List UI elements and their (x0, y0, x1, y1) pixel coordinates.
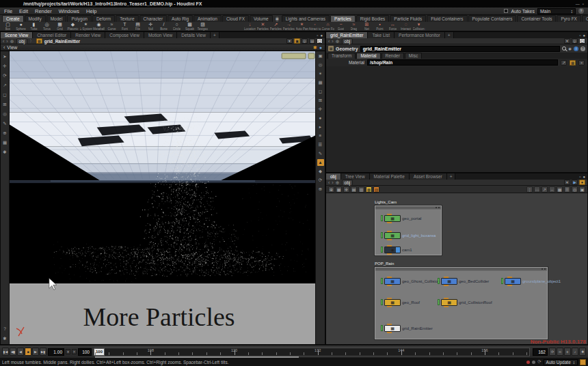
normals-icon[interactable]: ▸ (317, 124, 324, 130)
menu-render[interactable]: Render (35, 8, 52, 14)
list-icon[interactable]: ☰ (317, 141, 324, 148)
network-new-tab-button[interactable]: + (447, 173, 456, 180)
path-dropdown-icon[interactable]: ▾ (564, 180, 570, 185)
op-path-icon[interactable]: ↗ (561, 60, 567, 66)
shelf-tool-drag[interactable]: ≈Drag (347, 22, 360, 31)
shelf-tool-auto-parco[interactable]: ✶Auto Parco... (295, 22, 308, 31)
node-output-connector[interactable] (387, 239, 392, 240)
shelf-tab-rigid-bodies[interactable]: Rigid Bodies (356, 15, 390, 22)
shelf-tool-attract-to[interactable]: ◦Attract to... (308, 22, 321, 31)
shelf-tab-texture[interactable]: Texture (116, 15, 138, 22)
node-cam1[interactable]: ◉cam1 (381, 246, 412, 253)
shelf-tool-location[interactable]: ↓Location (243, 22, 256, 31)
back-arrow-icon[interactable]: ‹ (3, 38, 4, 44)
view-pivot-icon[interactable]: ◎ (1, 111, 8, 117)
shelf-tool-collision-d[interactable]: ▾Collision d... (412, 22, 425, 31)
pane-float-icon[interactable]: ▫ (317, 33, 318, 38)
shelf-tool-circle[interactable]: ○Circle (170, 22, 183, 31)
node-display-flag[interactable] (381, 247, 383, 253)
shading-icon[interactable]: ◎ (317, 61, 324, 68)
update-mode-dropdown[interactable]: Auto Update ↕ (544, 359, 578, 365)
path-root-chip[interactable]: obj (342, 180, 353, 186)
color-orange-icon[interactable]: ▨ (373, 186, 379, 193)
node-chooser-icon[interactable]: ▦ (570, 60, 576, 66)
refresh-icon[interactable]: ⟳ (317, 177, 324, 184)
menu-windows[interactable]: Windows (59, 8, 79, 14)
params-tab-performance-monitor[interactable]: Performance Monitor (395, 32, 445, 38)
network-tab-material-palette[interactable]: Material Palette (370, 173, 410, 180)
handles-icon[interactable]: ≡ (317, 132, 324, 139)
shelf-tool-metaball[interactable]: ◉Metaball (92, 22, 105, 31)
pane-link-icon[interactable]: ◎ (572, 38, 578, 44)
network-box-pop-rain[interactable]: ▦geo_Ghost_Collision▦geo_BedCollider▦gro… (375, 267, 548, 339)
network-tab-asset-browser[interactable]: Asset Browser (410, 173, 447, 180)
play-icon[interactable]: ▶ (572, 180, 578, 185)
grid-display-icon[interactable]: ⊞ (317, 97, 324, 104)
help-icon[interactable]: ? (1, 326, 8, 333)
node-input-connector[interactable] (387, 324, 392, 325)
list-view-icon[interactable]: ☰ (564, 186, 570, 193)
path-dropdown-icon[interactable]: ▾ (564, 38, 570, 44)
transport-play-forward-button[interactable]: ▶ (32, 348, 39, 356)
param-tab-transform[interactable]: Transform (328, 53, 356, 59)
node-output-connector[interactable] (444, 285, 449, 286)
world-icon[interactable]: ● (319, 45, 322, 51)
snap-display-icon[interactable]: ✛ (317, 106, 324, 113)
grid-view-icon[interactable]: ▦ (557, 186, 563, 193)
node-display-flag[interactable] (381, 232, 383, 238)
shelf-tab-pyro-fx[interactable]: Pyro FX (557, 15, 580, 22)
shelf-tool-null[interactable]: ✛Null (144, 22, 157, 31)
pin-icon[interactable]: ⊕ (336, 38, 340, 44)
shelf-tab-modify[interactable]: Modify (25, 15, 46, 22)
shelf-tab-animation[interactable]: Animation (193, 15, 222, 22)
shelf-tool-curve[interactable]: ≈Curve (105, 22, 118, 31)
points-icon[interactable]: ● (317, 115, 324, 122)
transport-play-reverse-button[interactable]: ◀ (17, 348, 24, 356)
expand-icon[interactable]: ↔ (549, 186, 555, 193)
step-size-icon[interactable]: ≡ (564, 348, 571, 356)
node-input-connector[interactable] (444, 298, 449, 299)
shelf-tool-particles-fr[interactable]: ↗Particles fr... (269, 22, 282, 31)
node-output-connector[interactable] (444, 306, 449, 307)
node-output-connector[interactable] (387, 306, 392, 307)
pane-float-icon[interactable]: ▫ (579, 175, 580, 179)
pane-float-icon[interactable]: ▫ (579, 33, 580, 38)
box-close-icon[interactable] (438, 207, 440, 208)
minimize-icon[interactable]: — (576, 2, 580, 6)
take-dropdown[interactable]: Main ↕ (537, 8, 576, 14)
transport-stop-button[interactable]: ■ (25, 348, 31, 356)
node-tile-icon[interactable]: ▦ (384, 215, 401, 222)
maximize-icon[interactable]: ▫ (583, 2, 584, 6)
shelf-tab-fluid-containers[interactable]: Fluid Containers (427, 15, 467, 22)
path-node-name[interactable]: grid_RainEmitter (44, 39, 80, 44)
shelf-tab-populate-containers[interactable]: Populate Containers (468, 15, 517, 22)
3d-viewport[interactable]: More Particles (10, 51, 315, 344)
camera-view-icon[interactable]: ▣ (317, 53, 324, 59)
range-lock-icon[interactable]: × (72, 349, 77, 354)
lighting-icon[interactable]: ✶ (317, 70, 324, 77)
range-toggle-icon[interactable]: ▾ (66, 349, 70, 354)
params-new-tab-button[interactable]: + (445, 32, 454, 38)
scene-tab-compose-view[interactable]: Compose View (105, 32, 144, 38)
shelf-tab-particle-fluids[interactable]: Particle Fluids (390, 15, 426, 22)
shelf-tool-curve-force[interactable]: ∩Curve Force (321, 22, 334, 31)
shelf-tab-cloud-fx[interactable]: Cloud FX (222, 15, 249, 22)
realtime-icon[interactable]: ⟳ (549, 348, 556, 356)
pane-menu-icon[interactable]: ● (320, 33, 323, 38)
node-display-flag[interactable] (381, 299, 383, 305)
pin-icon[interactable]: ⊕ (328, 186, 334, 193)
node-output-connector[interactable] (507, 285, 512, 286)
shelf-tab-create[interactable]: Create (2, 15, 24, 22)
scene-tab-motion-view[interactable]: Motion View (144, 32, 177, 38)
scene-tab-render-view[interactable]: Render View (71, 32, 105, 38)
frame-icon[interactable]: ▣ (579, 186, 585, 193)
shelf-tab-deform[interactable]: Deform (92, 15, 115, 22)
node-input-connector[interactable] (387, 214, 392, 215)
viewport-camera-button[interactable] (282, 53, 306, 59)
shelf-tab-lights-and-cameras[interactable]: Lights and Cameras (282, 15, 330, 22)
node-geo-bedcollider[interactable]: ▦geo_BedCollider (438, 277, 489, 285)
shelf-tool-font[interactable]: TFont (118, 22, 131, 31)
pane-maximize-icon[interactable]: ▢ (317, 38, 323, 44)
node-tile-icon[interactable]: ▦ (441, 278, 457, 285)
node-output-connector[interactable] (387, 222, 392, 223)
